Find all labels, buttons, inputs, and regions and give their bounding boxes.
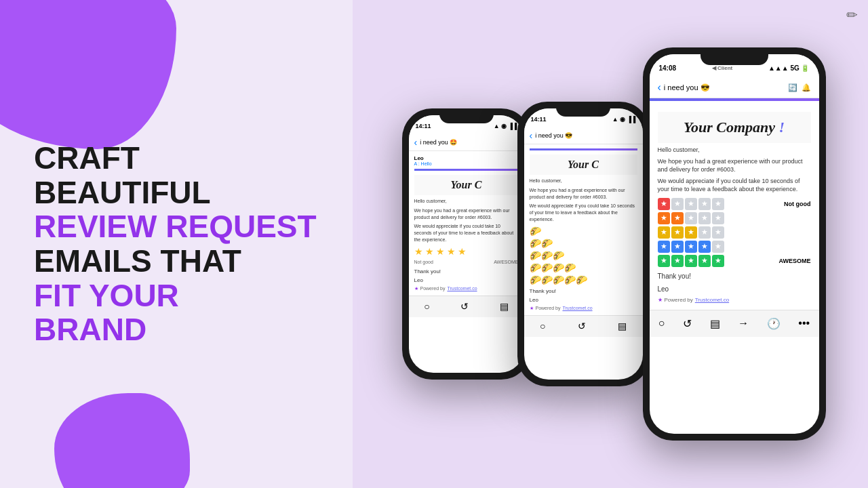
taco-row-4[interactable]: 🌮🌮🌮🌮 [530,262,637,273]
taco-row-3[interactable]: 🌮🌮🌮 [530,250,637,261]
blob-bottom-right [54,393,190,488]
nav-home-3[interactable]: ○ [658,317,665,329]
thank-you-2: Thank you! [530,288,637,294]
star-g2[interactable]: ★ [671,255,684,267]
star-o1[interactable]: ★ [658,212,670,224]
powered-link-3[interactable]: Trustcomet.co [695,297,729,303]
star-1[interactable]: ★ [414,246,423,257]
thank-you-3: Thank you! [658,272,811,280]
nav-menu-3[interactable]: ▤ [710,317,720,330]
star-r1-4[interactable]: ★ [698,198,711,210]
rating-row-3[interactable]: ★ ★ ★ ★ ★ [658,226,811,239]
star-g3[interactable]: ★ [685,255,697,267]
right-panel: ✏ 14:11 ▲ ◉ ▐▐ ‹ i need you 🤩 Leo A : He… [353,0,868,488]
sign-2: Leo [530,297,637,303]
phone-screen-1: 14:11 ▲ ◉ ▐▐ ‹ i need you 🤩 Leo A : Hell… [409,115,524,373]
body-3: We would appreciate if you could take 10… [414,223,519,243]
star-3[interactable]: ★ [436,246,445,257]
rating-row-1[interactable]: ★ ★ ★ ★ ★ Not good [658,198,811,210]
back-icon-3[interactable]: ‹ [658,81,661,94]
company-logo-3: Your Company ! [658,112,811,143]
powered-link-1[interactable]: Trustcomet.co [447,286,477,291]
back-icon-1[interactable]: ‹ [414,137,418,148]
body2-2: We hope you had a great experience with … [530,187,637,201]
star-g1[interactable]: ★ [658,255,670,267]
time-1: 14:11 [416,123,431,129]
star-r1-5[interactable]: ★ [712,198,724,210]
star-r3-4[interactable]: ★ [698,226,711,239]
email-subject-1: i need you 🤩 [420,139,518,146]
star-r2-4[interactable]: ★ [698,212,711,224]
star-y1[interactable]: ★ [658,226,670,239]
company-logo-1: Your C [414,175,519,195]
nav-back-1[interactable]: ↺ [460,301,469,312]
status-icons-2: ▲ ◉ ▐▐ [612,116,636,123]
nav-clock-3[interactable]: 🕐 [767,317,781,330]
headline-line1: CRAFT BEAUTIFUL [34,141,319,209]
body-1: Hello customer, [414,198,519,205]
nav-back-3[interactable]: ↺ [683,317,692,330]
star-g5[interactable]: ★ [712,255,724,267]
exclaim-3: ! [779,119,785,136]
phone-mockup-3: 14:08 ◀ Client ▲▲▲ 5G 🔋 ‹ i need you 😎 🔄… [643,47,826,441]
nav-home-1[interactable]: ○ [424,301,429,312]
star-5[interactable]: ★ [458,246,467,257]
rating-low-1: Not good [414,260,433,264]
star-b4[interactable]: ★ [698,241,711,253]
email-content-1: Leo A : Hello Your C Hello customer, We … [409,151,524,296]
powered-link-2[interactable]: Trustcomet.co [562,306,592,310]
time-3: 14:08 [659,64,677,72]
phone-screen-3: 14:08 ◀ Client ▲▲▲ 5G 🔋 ‹ i need you 😎 🔄… [650,54,819,434]
powered-by-1: ★ Powered by Trustcomet.co [414,286,519,291]
star-r2-3[interactable]: ★ [685,212,697,224]
nav-menu-2[interactable]: ▤ [618,321,627,331]
star-g4[interactable]: ★ [698,255,711,267]
powered-text-3: Powered by [665,297,693,303]
taco-row-2[interactable]: 🌮🌮 [530,238,637,249]
body2-1: Hello customer, [530,178,637,184]
bottom-nav-2: ○ ↺ ▤ [524,315,643,337]
email-nav-3: ‹ i need you 😎 🔄 🔔 [650,77,819,98]
body3-2: We hope you had a great experience with … [658,157,811,174]
star-2[interactable]: ★ [425,246,434,257]
star-b1[interactable]: ★ [658,241,670,253]
accent-bar-3 [650,98,819,101]
stars-1: ★ ★ ★ ★ ★ [414,246,519,257]
star-y3[interactable]: ★ [685,226,697,239]
star-4[interactable]: ★ [447,246,456,257]
back-icon-2[interactable]: ‹ [530,130,533,141]
powered-text-1: Powered by [420,286,446,291]
status-icons-3: ▲▲▲ 5G 🔋 [768,64,810,72]
email-content-2: Your C Hello customer, We hope you had a… [524,144,643,315]
thank-you-1: Thank you! [414,268,519,274]
nav-menu-1[interactable]: ▤ [500,301,509,312]
rating-row-2[interactable]: ★ ★ ★ ★ ★ [658,212,811,224]
star-b3[interactable]: ★ [685,241,697,253]
body2-3: We would appreciate if you could take 10… [530,203,637,222]
star-r3-5[interactable]: ★ [712,226,724,239]
star-y2[interactable]: ★ [671,226,684,239]
bottom-nav-3: ○ ↺ ▤ → 🕐 ••• [650,310,819,337]
status-icons-1: ▲ ◉ ▐▐ [494,123,517,129]
bell-icon[interactable]: 🔔 [802,83,811,92]
rating-row-4[interactable]: ★ ★ ★ ★ ★ [658,241,811,253]
phone-mockup-2: 14:11 ▲ ◉ ▐▐ ‹ i need you 😎 Your C Hello… [517,102,650,386]
star-r1-3[interactable]: ★ [685,198,697,210]
star-r1-2[interactable]: ★ [671,198,684,210]
refresh-icon[interactable]: 🔄 [788,83,797,92]
nav-more-3[interactable]: ••• [798,317,810,329]
star-r4-5[interactable]: ★ [712,241,724,253]
email-nav-2: ‹ i need you 😎 [524,127,643,144]
nav-back-2[interactable]: ↺ [578,321,586,331]
star-red-filled[interactable]: ★ [658,198,670,210]
star-b2[interactable]: ★ [671,241,684,253]
nav-home-2[interactable]: ○ [540,321,545,331]
taco-row-5[interactable]: 🌮🌮🌮🌮🌮 [530,274,637,285]
accent-bar-2 [530,148,637,150]
accent-bar-1 [414,169,519,171]
nav-forward-3[interactable]: → [738,317,749,329]
taco-row-1[interactable]: 🌮 [530,226,637,237]
star-r2-5[interactable]: ★ [712,212,724,224]
star-o2[interactable]: ★ [671,212,684,224]
rating-row-5[interactable]: ★ ★ ★ ★ ★ AWESOME [658,255,811,267]
